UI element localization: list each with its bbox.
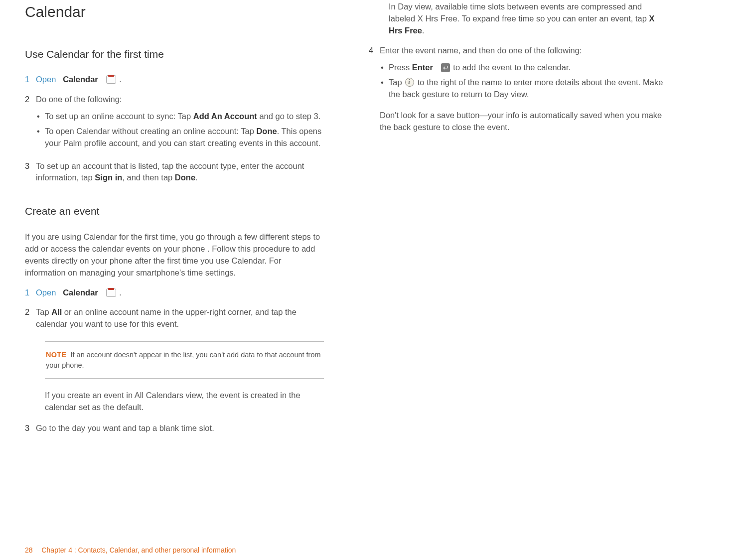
text: to add the event to the calendar. <box>453 63 571 72</box>
step-text: Do one of the following: <box>36 95 122 104</box>
chapter-label: Chapter 4 : Contacts, Calendar, and othe… <box>41 546 236 554</box>
day-view-paragraph: In Day view, available time slots betwee… <box>389 1 668 37</box>
text: . <box>422 26 425 35</box>
enter-key-icon <box>441 63 450 72</box>
step-1: 1 Open Calendar . <box>25 74 324 86</box>
step-2: 2 Do one of the following: To set up an … <box>25 94 324 152</box>
bold-text: Done <box>175 173 195 182</box>
note-block: NOTE If an account doesn't appear in the… <box>45 341 324 379</box>
open-link[interactable]: Open <box>36 288 56 297</box>
section-heading-first-time: Use Calendar for the first time <box>25 47 324 62</box>
text: Press <box>389 63 412 72</box>
list-item: Tap to the right of the name to enter mo… <box>380 77 668 101</box>
step-3: 3 Go to the day you want and tap a blank… <box>25 422 324 434</box>
list-item: To set up an online account to sync: Tap… <box>36 111 324 123</box>
step-body: Open Calendar . <box>36 74 324 86</box>
page-title: Calendar <box>25 1 324 23</box>
text: To open Calendar without creating an onl… <box>45 127 256 136</box>
text: Tap <box>36 307 51 316</box>
info-icon <box>405 78 414 87</box>
note-text: If an account doesn't appear in the list… <box>46 351 321 369</box>
step-number: 1 <box>25 74 36 86</box>
calendar-icon <box>106 75 116 84</box>
period: . <box>119 75 122 84</box>
bullet-list: To set up an online account to sync: Tap… <box>36 111 324 149</box>
step-text: Enter the event name, and then do one of… <box>380 46 582 55</box>
note-label: NOTE <box>46 351 68 359</box>
page-number: 28 <box>25 546 40 554</box>
text: and go to step 3. <box>257 112 321 121</box>
step-body: Go to the day you want and tap a blank t… <box>36 422 324 434</box>
bold-text: All <box>51 307 62 316</box>
text: or an online account name in the upper-r… <box>36 307 296 328</box>
footer: 28 Chapter 4 : Contacts, Calendar, and o… <box>25 545 236 555</box>
right-column: In Day view, available time slots betwee… <box>369 0 668 442</box>
left-column: Calendar Use Calendar for the first time… <box>25 0 324 442</box>
text: to the right of the name to enter more d… <box>389 78 663 99</box>
step-number: 2 <box>25 306 36 330</box>
step-4: 4 Enter the event name, and then do one … <box>369 45 668 141</box>
step-body: Do one of the following: To set up an on… <box>36 94 324 152</box>
step-number: 2 <box>25 94 36 152</box>
page: Calendar Use Calendar for the first time… <box>0 0 735 442</box>
step-number: 3 <box>25 160 36 184</box>
bold-text: Add An Account <box>193 112 257 121</box>
closing-paragraph: Don't look for a save button—your info i… <box>380 110 668 134</box>
bold-text: Sign in <box>95 173 122 182</box>
text: To set up an online account to sync: Tap <box>45 112 193 121</box>
section-heading-create-event: Create an event <box>25 204 324 219</box>
list-item: To open Calendar without creating an onl… <box>36 126 324 149</box>
step-body: Open Calendar . <box>36 287 324 299</box>
step-3: 3 To set up an account that is listed, t… <box>25 160 324 184</box>
period: . <box>119 288 122 297</box>
bold-text: Enter <box>412 63 433 72</box>
step-2: 2 Tap All or an online account name in t… <box>25 306 324 330</box>
text: In Day view, available time slots betwee… <box>389 2 649 23</box>
step-number: 3 <box>25 422 36 434</box>
text: Tap <box>389 78 404 87</box>
step-number: 4 <box>369 45 380 141</box>
after-note-text: If you create an event in All Calendars … <box>45 390 324 414</box>
text: . <box>195 173 198 182</box>
step-1: 1 Open Calendar . <box>25 287 324 299</box>
app-name: Calendar <box>63 75 98 84</box>
app-name: Calendar <box>63 288 98 297</box>
bullet-list: Press Enter to add the event to the cale… <box>380 62 668 101</box>
bold-text: Done <box>256 127 277 136</box>
step-number: 1 <box>25 287 36 299</box>
list-item: Press Enter to add the event to the cale… <box>380 62 668 74</box>
step-body: Tap All or an online account name in the… <box>36 306 324 330</box>
open-link[interactable]: Open <box>36 75 56 84</box>
intro-paragraph: If you are using Calendar for the first … <box>25 231 324 279</box>
step-body: To set up an account that is listed, tap… <box>36 160 324 184</box>
step-body: Enter the event name, and then do one of… <box>380 45 668 141</box>
text: , and then tap <box>122 173 175 182</box>
calendar-icon <box>106 288 116 297</box>
